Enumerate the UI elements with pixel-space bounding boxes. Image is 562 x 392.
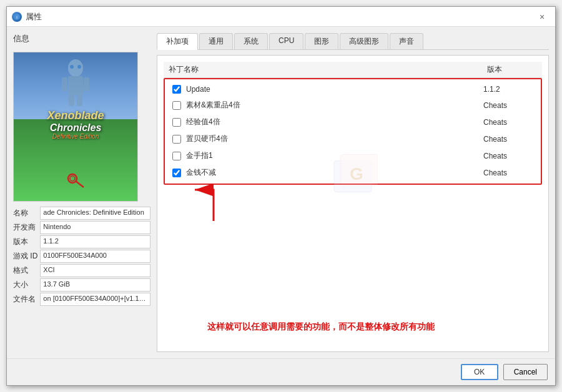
publisher-label: 开发商 — [13, 221, 37, 234]
cheat-version-0: 1.1.2 — [483, 85, 533, 94]
cheat-name-1: 素材&素重品4倍 — [186, 100, 483, 110]
gameid-label: 游戏 ID — [13, 250, 37, 263]
size-label: 大小 — [13, 278, 37, 292]
cheat-checkbox-1[interactable] — [172, 101, 181, 110]
properties-dialog: i 属性 × 信息 — [6, 6, 556, 386]
cheat-name-0: Update — [186, 85, 483, 94]
cheat-row: 置贝硬币4倍 Cheats — [167, 130, 538, 147]
svg-rect-7 — [77, 95, 82, 106]
cheat-version-3: Cheats — [483, 135, 533, 144]
name-label: 名称 — [13, 207, 37, 220]
svg-text:G: G — [350, 164, 363, 183]
cheat-name-2: 经验值4倍 — [186, 117, 483, 127]
svg-rect-6 — [69, 95, 74, 106]
title-bar: i 属性 × — [7, 7, 555, 27]
cancel-button[interactable]: Cancel — [503, 364, 548, 380]
version-label: 版本 — [13, 235, 37, 248]
file-label: 文件名 — [13, 293, 37, 306]
cheat-version-5: Cheats — [483, 169, 533, 177]
format-value: XCI — [40, 264, 150, 277]
cheat-row: 经验值4倍 Cheats — [167, 114, 538, 130]
col-name-header: 补丁名称 — [169, 64, 487, 75]
info-grid: 名称 ade Chronicles: Definitive Edition 开发… — [13, 207, 150, 306]
cheat-name-3: 置贝硬币4倍 — [186, 134, 483, 144]
cheat-checkbox-2[interactable] — [172, 118, 181, 127]
file-value: on [0100FF500E34A000]+[v1.1.2].xci — [40, 293, 150, 306]
annotation-text: 这样就可以任意调用需要的功能，而不是整体修改所有功能 — [207, 321, 536, 333]
section-info-label: 信息 — [13, 33, 150, 44]
tab-addon[interactable]: 补加项 — [157, 33, 198, 50]
ok-button[interactable]: OK — [461, 364, 498, 380]
app-icon: i — [12, 12, 22, 22]
cheat-checkbox-4[interactable] — [172, 152, 181, 160]
svg-line-11 — [76, 181, 84, 187]
dialog-title: 属性 — [26, 11, 42, 22]
watermark-logo: G — [328, 148, 378, 200]
game-cover: Xenoblade Chronicles Definitive Edition — [13, 52, 138, 202]
svg-rect-4 — [62, 77, 67, 91]
cheat-row: Update 1.1.2 — [167, 82, 538, 97]
cheat-version-1: Cheats — [483, 101, 533, 110]
cover-title: Xenoblade Chronicles Definitive Edition — [47, 110, 104, 140]
cheat-checkbox-5[interactable] — [172, 169, 181, 177]
svg-point-2 — [68, 59, 83, 77]
cheat-version-4: Cheats — [483, 152, 533, 160]
tab-system[interactable]: 系统 — [234, 33, 268, 49]
size-value: 13.7 GiB — [40, 278, 150, 292]
svg-point-12 — [70, 176, 75, 181]
tab-advanced-graphics[interactable]: 高级图形 — [340, 33, 388, 49]
gameid-value: 0100FF500E34A000 — [40, 250, 150, 263]
red-arrow-svg — [176, 177, 251, 227]
cheat-row: 素材&素重品4倍 Cheats — [167, 97, 538, 114]
tab-audio[interactable]: 声音 — [390, 33, 423, 49]
right-panel: 补加项 通用 系统 CPU 图形 高级图形 声音 补丁名称 版本 — [157, 33, 549, 352]
format-label: 格式 — [13, 264, 37, 277]
tab-graphics[interactable]: 图形 — [305, 33, 338, 49]
cheat-checkbox-3[interactable] — [172, 135, 181, 144]
left-panel: 信息 — [13, 33, 150, 352]
svg-rect-5 — [84, 77, 89, 91]
title-bar-left: i 属性 — [12, 11, 42, 22]
cover-chronicles: Chronicles — [47, 122, 104, 134]
svg-point-8 — [70, 65, 74, 69]
dialog-footer: OK Cancel — [7, 358, 555, 385]
dialog-body: 信息 — [7, 27, 555, 358]
tab-general[interactable]: 通用 — [199, 33, 233, 49]
tab-cpu[interactable]: CPU — [269, 33, 303, 49]
close-button[interactable]: × — [534, 10, 550, 24]
version-value: 1.1.2 — [40, 235, 150, 248]
col-version-header: 版本 — [487, 64, 537, 75]
cheat-version-2: Cheats — [483, 118, 533, 127]
svg-rect-3 — [68, 76, 83, 95]
cover-definitive: Definitive Edition — [47, 134, 104, 140]
cheats-header: 补丁名称 版本 — [164, 62, 542, 78]
cover-xenoblade: Xenoblade — [47, 110, 104, 122]
svg-point-9 — [77, 65, 81, 69]
tab-content: 补丁名称 版本 Update 1.1.2 素材&素重品4倍 Che — [157, 55, 549, 352]
publisher-value: Nintendo — [40, 221, 150, 234]
name-value: ade Chronicles: Definitive Edition — [40, 207, 150, 220]
cheat-checkbox-0[interactable] — [172, 85, 181, 94]
tabs-bar: 补加项 通用 系统 CPU 图形 高级图形 声音 — [157, 33, 549, 50]
